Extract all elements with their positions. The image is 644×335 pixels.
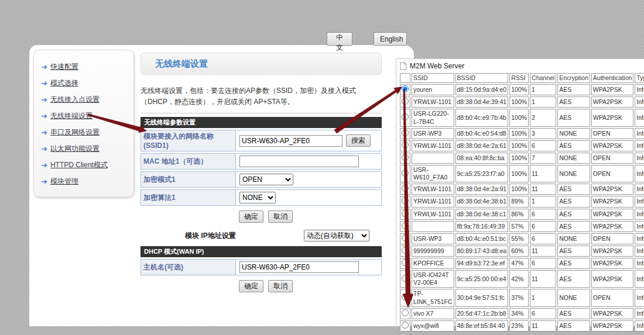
ap-select-radio[interactable] <box>402 247 409 254</box>
cell-channel: 11 <box>530 320 556 331</box>
ap-select-radio[interactable] <box>402 113 409 120</box>
blue-arrow-icon: ➔ <box>41 178 47 185</box>
cell-encryption: NONE <box>557 128 590 139</box>
blue-arrow-icon: ➔ <box>41 80 47 87</box>
ap-select-radio[interactable] <box>402 154 409 161</box>
scan-table-row: USR-IO424T V2-00E4 9c:a5:25:00:00:e4 42%… <box>400 270 644 288</box>
sta-cancel-button[interactable]: 取消 <box>268 210 293 223</box>
cell-channel: 11 <box>530 246 556 257</box>
sidebar-item[interactable]: ➔ 串口及网络设置 <box>41 124 133 140</box>
dhcp-ok-button[interactable]: 确定 <box>239 280 263 292</box>
cell-channel: 1 <box>530 96 556 108</box>
mac-input[interactable] <box>239 156 359 167</box>
cell-encryption: AES <box>557 184 590 195</box>
cell-rssi: 100% <box>509 109 529 126</box>
popup-title: M2M Web Server <box>410 62 464 70</box>
cell-authentication: OPEN <box>591 128 634 139</box>
encryption-mode-select[interactable]: OPEN <box>239 174 293 185</box>
scan-table-row: 999999999 80:89:17:43:d8:ea 60% 11 AES W… <box>400 246 644 257</box>
ap-select-radio[interactable] <box>402 234 409 241</box>
cell-encryption: AES <box>557 140 590 151</box>
sidebar-item[interactable]: ➔ 快速配置 <box>41 58 133 75</box>
cell-type: Infrastructure <box>635 153 644 164</box>
sidebar-item[interactable]: ➔ 无线终端设置 <box>41 108 133 124</box>
cell-encryption: AES <box>557 308 590 319</box>
language-english-button[interactable]: English <box>374 32 407 46</box>
cell-bssid: 30:b4:9e:57:51:fc <box>455 289 509 306</box>
cell-authentication: OPEN <box>591 233 634 244</box>
dhcp-cancel-button[interactable]: 取消 <box>268 280 293 292</box>
ap-select-radio[interactable] <box>402 170 409 177</box>
col-channel: Channel <box>530 73 556 83</box>
ap-select-radio[interactable] <box>402 275 409 282</box>
cell-rssi: 47% <box>509 258 529 269</box>
sta-ok-button[interactable]: 确定 <box>239 210 263 223</box>
ap-select-radio[interactable] <box>402 309 409 316</box>
sidebar-item-label: 串口及网络设置 <box>50 127 100 137</box>
cell-rssi: 34% <box>509 308 529 319</box>
cell-rssi: 100% <box>509 140 529 151</box>
cell-authentication: WPA2PSK <box>591 96 634 108</box>
ap-select-radio[interactable] <box>402 293 409 301</box>
col-type: Type <box>635 73 644 83</box>
cell-ssid: USR-WP3 <box>412 128 454 139</box>
cell-bssid: 20:5d:47:1c:2b:b8 <box>455 308 509 319</box>
cell-rssi: 42% <box>509 270 529 288</box>
cell-ssid: USR-W610_F7A0 <box>412 165 454 182</box>
ssid-input[interactable] <box>239 135 342 147</box>
m2m-scan-popup: M2M Web Server SSID BSSID RSSI Channel E… <box>396 58 644 326</box>
ap-select-radio[interactable] <box>402 197 409 204</box>
cell-ssid: USR-IO424T V2-00E4 <box>412 270 454 288</box>
cell-authentication: OPEN <box>591 289 634 306</box>
cell-encryption: AES <box>557 258 590 269</box>
mac-label: MAC 地址1（可选） <box>141 154 236 169</box>
cell-bssid: d8:38:0d:4e:2a:91 <box>455 184 509 195</box>
cell-rssi: 100% <box>509 96 529 108</box>
cell-type: Infrastructure <box>635 140 644 151</box>
encryption-algorithm-select[interactable]: NONE <box>239 192 276 203</box>
cell-encryption: NONE <box>557 165 590 182</box>
module-ip-setting-select[interactable]: 动态(自动获取) <box>304 230 369 241</box>
cell-bssid: d8:b0:4c:e0:54:d8 <box>455 128 509 139</box>
cell-channel: 3 <box>530 128 556 139</box>
cell-ssid: YRWLW-1101 <box>412 96 454 108</box>
hostname-input[interactable] <box>239 261 359 273</box>
cell-bssid: d8:38:0d:4e:38:b1 <box>455 196 509 207</box>
blue-arrow-icon: ➔ <box>41 96 47 103</box>
sidebar-item[interactable]: ➔ 模式选择 <box>41 75 133 91</box>
col-bssid: BSSID <box>455 73 509 83</box>
blue-arrow-icon: ➔ <box>41 161 47 169</box>
cell-authentication: WPA2PSK <box>591 221 634 232</box>
ap-select-radio[interactable] <box>402 98 409 105</box>
ap-select-radio[interactable] <box>402 322 409 329</box>
sidebar-item-label: HTTPD Client模式 <box>50 160 108 170</box>
ap-select-radio[interactable] <box>402 185 409 192</box>
cell-authentication: OPEN <box>591 165 634 182</box>
cell-encryption: AES <box>557 320 590 331</box>
sidebar-item[interactable]: ➔ 无线接入点设置 <box>41 91 133 108</box>
ap-select-radio[interactable] <box>402 222 409 229</box>
sidebar-item[interactable]: ➔ HTTPD Client模式 <box>41 157 133 173</box>
scan-table-row: USR-WP3 d8:b0:4c:e0:51:bc 55% 6 NONE OPE… <box>400 233 644 244</box>
sidebar-item[interactable]: ➔ 以太网功能设置 <box>41 140 133 157</box>
search-button[interactable]: 搜索 <box>346 134 371 147</box>
ap-select-radio[interactable] <box>402 259 409 266</box>
hostname-label: 主机名(可选) <box>141 260 236 275</box>
cell-authentication: OPEN <box>591 153 634 164</box>
cell-authentication: WPA2PSK <box>591 84 634 95</box>
scan-table-row: KPOFFICE 94:d9:b3:72:3e:ef 47% 6 AES WPA… <box>400 258 644 269</box>
language-chinese-button[interactable]: 中文 <box>327 32 352 46</box>
scan-table-row: YRWLW-1101 d8:38:0d:4e:38:b1 89% 1 AES W… <box>400 196 644 207</box>
cell-ssid: wyx@wifi <box>412 320 454 331</box>
ap-select-radio[interactable] <box>402 141 409 148</box>
cell-rssi: 37% <box>509 289 529 306</box>
cell-channel: 11 <box>530 184 556 195</box>
sidebar-item-label: 以太网功能设置 <box>50 144 100 154</box>
cell-rssi: 100% <box>509 153 529 164</box>
ap-select-radio[interactable] <box>402 129 409 136</box>
cell-type: Infrastructure <box>635 320 644 331</box>
sidebar-item[interactable]: ➔ 模块管理 <box>41 173 133 189</box>
ap-select-radio[interactable] <box>402 85 409 92</box>
cell-ssid: 999999999 <box>412 246 454 257</box>
ap-select-radio[interactable] <box>402 210 409 217</box>
